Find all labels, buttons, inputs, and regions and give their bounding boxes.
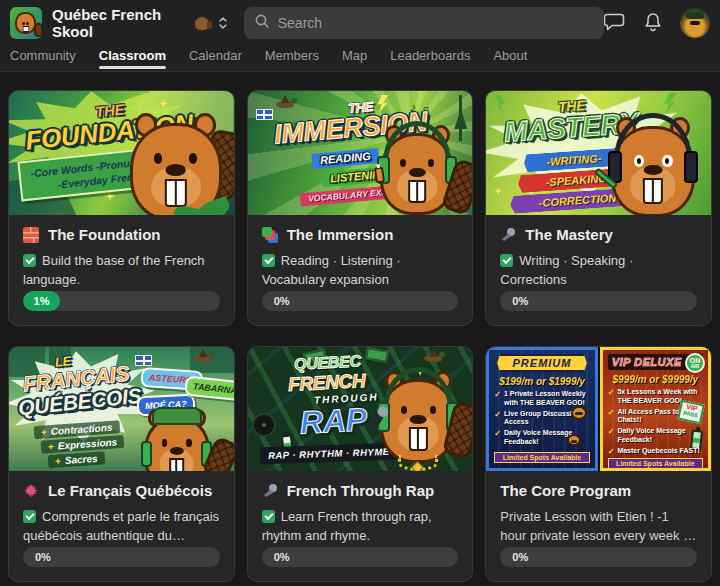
user-avatar[interactable] bbox=[680, 8, 710, 38]
top-bar: Québec French Skool bbox=[0, 0, 720, 46]
nav-tab-leaderboards[interactable]: Leaderboards bbox=[390, 46, 470, 63]
nav-tab-classroom[interactable]: Classroom bbox=[99, 46, 166, 69]
progress-value: 0% bbox=[512, 551, 528, 563]
course-description: Comprends et parle le français québécois… bbox=[23, 508, 220, 546]
duck-icon bbox=[420, 351, 446, 363]
nav-tab-calendar[interactable]: Calendar bbox=[189, 46, 242, 63]
quebec-flag-icon bbox=[135, 355, 152, 366]
community-name: Québec French Skool bbox=[52, 6, 188, 40]
beaver-illustration bbox=[130, 113, 222, 215]
check-icon bbox=[23, 254, 36, 267]
course-description: Private Lesson with Etien ! -1 hour priv… bbox=[500, 508, 697, 546]
cover-word-rap: RAP bbox=[299, 403, 367, 438]
progress-bar: 0% bbox=[262, 291, 459, 311]
course-title: The Mastery bbox=[525, 226, 613, 243]
vinyl-record-icon bbox=[252, 413, 276, 437]
check-icon bbox=[500, 254, 513, 267]
course-card-core-program[interactable]: PREMIUM $199/m or $1999/y ✓1 Private Les… bbox=[485, 346, 712, 582]
beaver-illustration bbox=[144, 409, 210, 471]
duck-icon bbox=[272, 97, 298, 109]
tower-silhouette bbox=[459, 95, 462, 141]
vip-panel: VIP DELUXE ON AIR $999/m or $9999/y ✓5x … bbox=[600, 347, 711, 471]
course-cover-rap: QUEBEC FRENCH THROUGH RAP RAP · RHYTHM ·… bbox=[248, 347, 473, 471]
progress-value: 1% bbox=[23, 291, 60, 311]
course-description: Writing · Speaking · Corrections bbox=[500, 252, 697, 290]
course-card-quebecois[interactable]: LE FRANÇAIS QUÉBECOIS ASTEURE! MOÉ ÇA? T… bbox=[8, 346, 235, 582]
course-cover-immersion: ♪ ♫ THE IMMERSION READING LISTENING VOCA… bbox=[248, 91, 473, 215]
chat-button[interactable] bbox=[604, 12, 626, 35]
mini-beaver-icon bbox=[571, 406, 587, 420]
premium-price: $199/m or $1999/y bbox=[494, 376, 589, 387]
brick-icon bbox=[23, 227, 39, 243]
course-description: Reading · Listening · Vocabulary expansi… bbox=[262, 252, 459, 290]
check-icon bbox=[23, 510, 36, 523]
nav-tab-members[interactable]: Members bbox=[265, 46, 319, 63]
books-icon bbox=[262, 227, 278, 243]
course-card-mastery[interactable]: THE MASTERY -WRITING- -SPEAKING- -CORREC… bbox=[485, 90, 712, 326]
search-input[interactable] bbox=[278, 15, 594, 31]
course-description: Learn French through rap, rhythm and rhy… bbox=[262, 508, 459, 546]
progress-bar: 0% bbox=[500, 291, 697, 311]
progress-bar: 0% bbox=[262, 547, 459, 567]
progress-bar: 1% bbox=[23, 291, 220, 311]
course-card-foundation[interactable]: THE FOUNDATION -Core Words -Pronunciatio… bbox=[8, 90, 235, 326]
nav-tab-community[interactable]: Community bbox=[10, 46, 76, 63]
chat-bubble-icon bbox=[604, 12, 626, 35]
beaver-emoji-icon bbox=[195, 17, 209, 30]
course-title: French Through Rap bbox=[287, 482, 435, 499]
course-cover-mastery: THE MASTERY -WRITING- -SPEAKING- -CORREC… bbox=[486, 91, 711, 215]
vip-price: $999/m or $9999/y bbox=[608, 374, 703, 385]
course-title: Le Français Québécois bbox=[48, 482, 212, 499]
maple-leaf-icon bbox=[23, 483, 39, 499]
beaver-face bbox=[15, 12, 36, 34]
quebec-flag-icon bbox=[256, 109, 273, 120]
search-bar[interactable] bbox=[244, 7, 604, 39]
nav-tab-about[interactable]: About bbox=[493, 46, 527, 63]
vip-footer: Limited Spots Available bbox=[608, 458, 703, 469]
community-logo[interactable] bbox=[10, 7, 42, 39]
mini-beaver-icon bbox=[567, 434, 581, 446]
on-air-badge: ON AIR bbox=[685, 353, 705, 373]
vip-benefits: ✓5x Lessons a Week with THE BEAVER GOD! … bbox=[608, 388, 703, 458]
progress-bar: 0% bbox=[500, 547, 697, 567]
premium-title: PREMIUM bbox=[494, 354, 589, 372]
course-card-immersion[interactable]: ♪ ♫ THE IMMERSION READING LISTENING VOCA… bbox=[247, 90, 474, 326]
microphone-icon bbox=[262, 483, 278, 499]
community-nav: Community Classroom Calendar Members Map… bbox=[0, 46, 720, 72]
progress-value: 0% bbox=[512, 295, 528, 307]
chevron-up-down-icon bbox=[218, 16, 228, 30]
notifications-button[interactable] bbox=[644, 12, 662, 35]
check-icon bbox=[262, 510, 275, 523]
cap-icon bbox=[152, 407, 202, 425]
nav-tab-map[interactable]: Map bbox=[342, 46, 367, 63]
premium-footer: Limited Spots Available bbox=[494, 452, 589, 463]
progress-value: 0% bbox=[274, 551, 290, 563]
check-icon bbox=[262, 254, 275, 267]
duck-icon bbox=[190, 351, 216, 363]
course-title: The Foundation bbox=[48, 226, 160, 243]
bell-icon bbox=[644, 12, 662, 35]
course-title: The Core Program bbox=[500, 482, 631, 499]
progress-bar: 0% bbox=[23, 547, 220, 567]
cover-topics-list: +Contractions +Expressions +Sacres bbox=[34, 420, 126, 471]
search-icon bbox=[254, 13, 270, 33]
course-description: Build the base of the French language. bbox=[23, 252, 220, 290]
course-card-rap[interactable]: QUEBEC FRENCH THROUGH RAP RAP · RHYTHM ·… bbox=[247, 346, 474, 582]
cover-word-french: FRENCH bbox=[287, 371, 365, 394]
beaver-illustration bbox=[611, 117, 695, 215]
course-cover-foundation: THE FOUNDATION -Core Words -Pronunciatio… bbox=[9, 91, 234, 215]
course-cover-quebecois: LE FRANÇAIS QUÉBECOIS ASTEURE! MOÉ ÇA? T… bbox=[9, 347, 234, 471]
classroom-grid: THE FOUNDATION -Core Words -Pronunciatio… bbox=[0, 72, 720, 582]
premium-panel: PREMIUM $199/m or $1999/y ✓1 Private Les… bbox=[486, 347, 597, 471]
progress-value: 0% bbox=[274, 295, 290, 307]
progress-value: 0% bbox=[35, 551, 51, 563]
microphone-icon bbox=[500, 227, 516, 243]
community-switcher[interactable]: Québec French Skool bbox=[52, 6, 228, 40]
course-cover-core-program: PREMIUM $199/m or $1999/y ✓1 Private Les… bbox=[486, 347, 711, 471]
course-title: The Immersion bbox=[287, 226, 394, 243]
